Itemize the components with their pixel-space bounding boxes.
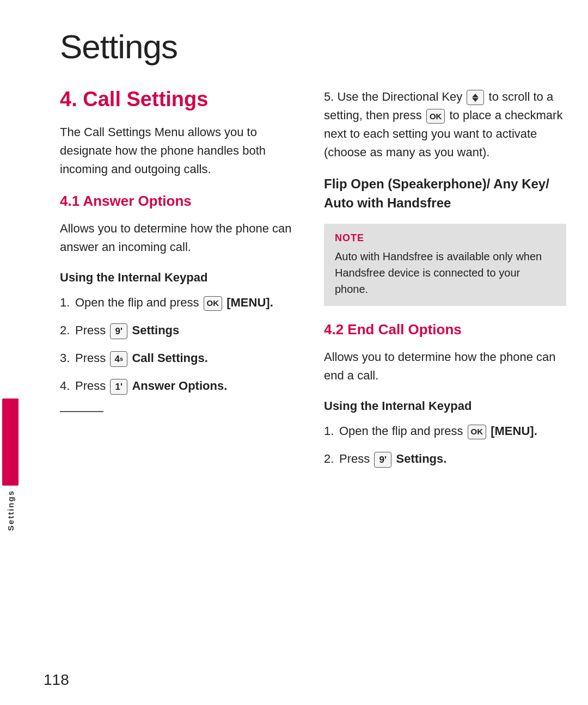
step-bold-text: Settings. <box>396 452 446 465</box>
note-text: Auto with Handsfree is available only wh… <box>335 248 555 297</box>
step-bold-text: Settings <box>132 323 179 337</box>
step-content: Press 4s Call Settings. <box>75 349 302 367</box>
key-9: 9' <box>110 323 127 340</box>
step-number: 3. <box>60 349 75 367</box>
list-item: 5. Use the Directional Key to scroll to … <box>324 88 566 162</box>
left-column: 4. Call Settings The Call Settings Menu … <box>60 88 302 477</box>
two-column-layout: 4. Call Settings The Call Settings Menu … <box>60 88 566 477</box>
section-heading-call-settings: 4. Call Settings <box>60 88 302 111</box>
page-title: Settings <box>60 27 566 66</box>
end-call-desc: Allows you to determine how the phone ca… <box>324 348 566 385</box>
step-bold-text: [MENU]. <box>491 424 537 438</box>
key-1: 1' <box>110 379 127 395</box>
call-settings-intro: The Call Settings Menu allows you to des… <box>60 123 302 179</box>
step-content: Press 1' Answer Options. <box>75 377 302 395</box>
dir-key-inner <box>472 94 479 102</box>
step-content: Open the flip and press OK [MENU]. <box>339 422 566 440</box>
up-arrow-icon <box>472 94 479 97</box>
list-item: 4. Press 1' Answer Options. <box>60 377 302 395</box>
step-number: 2. <box>60 321 75 339</box>
step-bold-text: Call Settings. <box>132 351 207 365</box>
note-box: NOTE Auto with Handsfree is available on… <box>324 224 566 306</box>
answer-options-desc: Allows you to determine how the phone ca… <box>60 219 302 256</box>
page-number: 118 <box>44 671 69 689</box>
page-container: Settings Settings 4. Call Settings The C… <box>0 0 588 705</box>
step-content: Open the flip and press OK [MENU]. <box>75 293 302 311</box>
side-tab-bar <box>2 399 19 486</box>
ok-key-right: OK <box>468 425 487 439</box>
list-item: 1. Open the flip and press OK [MENU]. <box>324 422 566 440</box>
sub-heading-answer-options: 4.1 Answer Options <box>60 193 302 210</box>
bottom-line <box>60 411 103 412</box>
keypad-heading-left: Using the Internal Keypad <box>60 271 302 285</box>
step5-content: 5. Use the Directional Key to scroll to … <box>324 88 566 162</box>
flip-open-block: Flip Open (Speakerphone)/ Any Key/ Auto … <box>324 175 566 213</box>
right-column: 5. Use the Directional Key to scroll to … <box>324 88 566 477</box>
side-tab-label: Settings <box>6 490 15 531</box>
sub-heading-end-call: 4.2 End Call Options <box>324 321 566 338</box>
list-item: 2. Press 9' Settings. <box>324 450 566 468</box>
ok-key-step5: OK <box>426 109 445 124</box>
step-number: 2. <box>324 450 339 468</box>
down-arrow-icon <box>472 98 479 102</box>
note-label: NOTE <box>335 232 555 244</box>
main-content: Settings 4. Call Settings The Call Setti… <box>27 0 588 705</box>
list-item: 2. Press 9' Settings <box>60 321 302 339</box>
side-tab: Settings <box>0 0 21 705</box>
step-number: 1. <box>60 293 75 311</box>
step-content: Press 9' Settings. <box>339 450 566 468</box>
keypad-heading-right: Using the Internal Keypad <box>324 399 566 413</box>
step-bold-text: Answer Options. <box>132 379 227 393</box>
ok-key: OK <box>204 296 223 311</box>
directional-key-icon <box>467 90 484 105</box>
step-number: 4. <box>60 377 75 395</box>
step-content: Press 9' Settings <box>75 321 302 339</box>
list-item: 1. Open the flip and press OK [MENU]. <box>60 293 302 311</box>
step-number: 1. <box>324 422 339 440</box>
key-9-right: 9' <box>374 452 391 468</box>
list-item: 3. Press 4s Call Settings. <box>60 349 302 367</box>
key-4: 4s <box>110 351 127 367</box>
step-bold-text: [MENU]. <box>226 296 273 309</box>
